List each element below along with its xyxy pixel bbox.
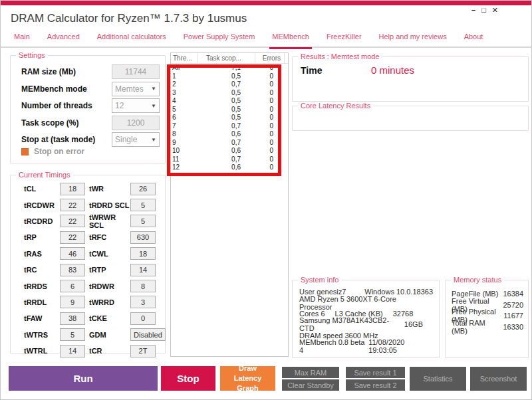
timing-label-trcdrd: tRCDRD (24, 217, 60, 225)
system-info-text: 16GB (404, 320, 423, 328)
cell-thread: 5 (171, 106, 198, 114)
timing-label-tras: tRAS (24, 250, 60, 258)
table-row[interactable]: 120,60 (171, 163, 288, 172)
cell-task-scope: 0,6 (198, 130, 255, 139)
table-row[interactable]: 40,50 (171, 97, 288, 106)
tab-about[interactable]: About (464, 33, 483, 46)
cell-errors: 0 (255, 130, 285, 139)
memory-status-line: Total RAM (MB)16330 (452, 322, 523, 333)
cell-errors: 0 (255, 155, 285, 164)
chevron-down-icon: ▼ (151, 86, 156, 92)
table-row[interactable]: 110,70 (171, 155, 288, 164)
run-button[interactable]: Run (9, 366, 158, 391)
tab-membench[interactable]: MEMbench (272, 33, 309, 46)
system-info-text: MEMbench 0.8 beta 4 (299, 338, 368, 354)
table-row[interactable]: 80,60 (171, 130, 288, 139)
control-value: 11744 (125, 67, 146, 76)
timing-value-trfc: 630 (130, 231, 156, 244)
membench-mode-select[interactable]: Memtes▼ (112, 82, 160, 96)
tab-power-supply-system[interactable]: Power Supply System (184, 33, 255, 46)
settings-label: RAM size (Mb) (21, 67, 76, 76)
maximize-icon[interactable]: □ (481, 6, 486, 14)
core-latency-title: Core Latency Results (298, 102, 373, 110)
memory-status-value: 16330 (503, 323, 523, 331)
cell-thread: 12 (171, 163, 198, 172)
table-row[interactable]: 30,50 (171, 89, 288, 98)
results-group-title: Results : Memtest mode (298, 52, 382, 60)
cell-task-scope: 0,6 (198, 163, 255, 172)
control-value: Single (115, 135, 137, 144)
column-header-threads[interactable]: Thre... (171, 53, 198, 63)
cell-task-scope: 0,5 (198, 72, 255, 81)
titlebar-accent-strip (1, 1, 531, 5)
cell-task-scope: 0,6 (198, 147, 255, 155)
close-icon[interactable]: ✕ (492, 6, 498, 14)
draw-latency-graph-button[interactable]: Draw Latency Graph (220, 366, 275, 391)
memory-status-title: Memory status (451, 276, 504, 284)
statistics-button[interactable]: Statistics (410, 367, 466, 391)
cell-thread: 2 (171, 80, 198, 89)
column-header-errors[interactable]: Errors (255, 53, 285, 63)
timing-value-twtrs: 5 (60, 328, 85, 341)
control-value: Memtes (115, 84, 144, 94)
minimize-icon[interactable]: – (471, 6, 475, 14)
timing-value-twrwr-scl: 5 (130, 215, 156, 227)
table-row[interactable]: 50,50 (171, 106, 288, 114)
table-row[interactable]: All7,10 (171, 64, 288, 72)
cell-thread: 6 (171, 114, 198, 122)
time-label: Time (301, 65, 322, 76)
tab-help-and-my-reviews[interactable]: Help and my reviews (379, 33, 447, 46)
cell-thread: 4 (171, 97, 198, 106)
tab-bar: MainAdvancedAdditional calculatorsPower … (14, 33, 483, 46)
cell-errors: 0 (255, 64, 285, 72)
table-row[interactable]: 10,50 (171, 72, 288, 81)
cell-thread: 1 (171, 72, 198, 81)
clear-standby-button[interactable]: Clear Standby (282, 379, 339, 391)
cell-task-scope: 0,7 (198, 155, 255, 164)
chevron-down-icon: ▼ (151, 103, 156, 109)
cell-thread: 9 (171, 139, 198, 148)
screenshot-button[interactable]: Screenshot (470, 367, 527, 391)
stop-on-error-checkbox[interactable] (21, 148, 29, 155)
tab-additional-calculators[interactable]: Additional calculators (97, 33, 166, 46)
stop-on-error-label: Stop on error (34, 147, 84, 156)
table-header-row: Thre... Task scop... Errors (171, 53, 288, 64)
timing-value-tfaw: 38 (60, 312, 85, 325)
stop-at-select[interactable]: Single▼ (112, 132, 160, 147)
timing-label-trcdwr: tRCDWR (24, 201, 60, 209)
system-info-line: Samsung M378A1K43CB2-CTD16GB (299, 319, 433, 330)
save-result-1-button[interactable]: Save result 1 (346, 367, 405, 378)
timing-value-trdwr: 8 (130, 280, 156, 292)
system-info-text: Samsung M378A1K43CB2-CTD (299, 316, 394, 332)
stop-button[interactable]: Stop (161, 366, 215, 391)
timing-label-twtrs: tWTRS (24, 331, 60, 339)
settings-label: Stop at (task mode) (21, 135, 95, 144)
tab-advanced[interactable]: Advanced (47, 33, 80, 46)
core-latency-group: Core Latency Results (292, 106, 529, 131)
ram-size-input[interactable]: 11744 (112, 64, 160, 79)
cell-task-scope: 0,7 (198, 122, 255, 131)
cell-errors: 0 (255, 80, 285, 89)
tab-freezkiller[interactable]: FreezKiller (327, 33, 362, 46)
timing-label-tcwl: tCWL (89, 250, 130, 258)
threads-select[interactable]: 12▼ (112, 98, 160, 113)
settings-group: Settings RAM size (Mb)11744MEMbench mode… (10, 55, 166, 163)
cell-thread: All (171, 64, 198, 72)
table-row[interactable]: 20,70 (171, 80, 288, 89)
task-scope-input[interactable]: 1200 (112, 116, 160, 130)
timing-label-twtrl: tWTRL (24, 347, 60, 355)
table-row[interactable]: 90,70 (171, 139, 288, 148)
cell-task-scope: 0,5 (198, 89, 255, 98)
cell-errors: 0 (255, 97, 285, 106)
save-result-2-button[interactable]: Save result 2 (346, 379, 405, 391)
table-row[interactable]: 60,50 (171, 114, 288, 122)
table-row[interactable]: 70,70 (171, 122, 288, 131)
max-ram-button[interactable]: Max RAM (282, 367, 339, 378)
tab-main[interactable]: Main (14, 33, 30, 46)
column-header-task-scope[interactable]: Task scop... (198, 53, 255, 63)
timing-value-trc: 83 (60, 264, 85, 276)
table-row[interactable]: 100,60 (171, 147, 288, 155)
cell-errors: 0 (255, 106, 285, 114)
system-info-line: MEMbench 0.8 beta 411/08/2020 19:03:05 (299, 341, 433, 351)
timing-label-trdrd-scl: tRDRD SCL (89, 201, 130, 209)
